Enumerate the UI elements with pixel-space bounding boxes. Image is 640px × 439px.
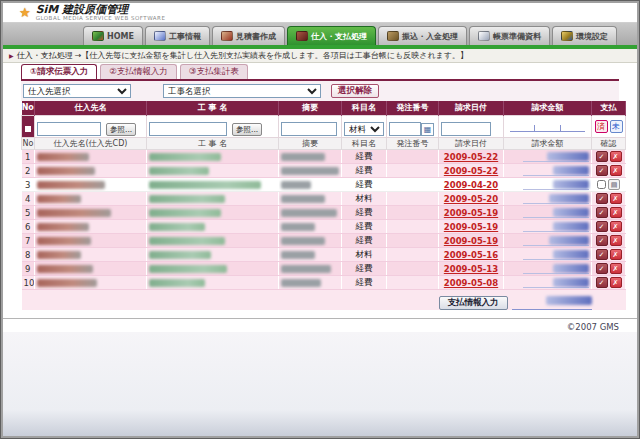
entry-order-no-input[interactable] [389,122,421,136]
invoice-date-link[interactable]: 2009-04-20 [444,180,498,190]
redacted-supplier-name [37,237,91,245]
redacted-amount [549,194,589,203]
entry-date-input[interactable] [441,122,491,136]
col-summary: 摘要 [279,101,342,115]
calendar-icon[interactable]: ▦ [421,123,434,136]
tab-purchase-payment[interactable]: 仕入・支払処理 [287,26,376,45]
copyright-text: ©2007 GMS [567,322,619,332]
confirm-cancel-button[interactable]: ✗ [610,207,622,218]
confirm-checkbox[interactable] [597,180,606,189]
order-no-value [387,164,439,178]
redacted-project-name [149,167,209,175]
redacted-summary [281,209,337,217]
category-value: 材料 [342,192,387,206]
paid-button[interactable]: 済 [595,120,608,133]
confirm-cancel-button[interactable]: ✗ [610,263,622,274]
category-value: 経費 [342,262,387,276]
confirm-cancel-button[interactable]: ✗ [610,249,622,260]
project-filter-select[interactable]: 工事名選択 [163,84,321,98]
order-no-value [387,234,439,248]
confirm-check-button[interactable]: ✓ [596,193,608,204]
unpaid-button[interactable]: 未 [610,120,623,133]
clear-selection-button[interactable]: 選択解除 [331,84,379,98]
invoice-date-link[interactable]: 2009-05-22 [444,166,498,176]
category-value: 経費 [342,234,387,248]
confirm-detail-button[interactable]: ▤ [608,179,620,190]
tab-report-materials[interactable]: 帳票準備資料 [469,26,550,45]
tab-estimate-create[interactable]: 見積書作成 [212,26,285,45]
entry-supplier-input[interactable] [37,122,101,136]
confirm-check-button[interactable]: ✓ [596,207,608,218]
col-summary: 摘要 [279,138,342,150]
entry-project-input[interactable] [149,122,227,136]
confirm-cancel-button[interactable]: ✗ [610,235,622,246]
project-browse-button[interactable]: 参照... [232,123,262,136]
invoice-date-link[interactable]: 2009-05-13 [444,264,498,274]
confirm-cancel-button[interactable]: ✗ [610,151,622,162]
breadcrumb: ▶ 仕入・支払処理 →【仕入先毎に支払金額を集計し仕入先別支払実績表を作成します… [3,49,637,63]
supplier-browse-button[interactable]: 参照... [106,123,136,136]
breadcrumb-arrow-icon: ▶ [9,52,14,59]
subtab-payment-info-entry[interactable]: ②支払情報入力 [100,64,177,79]
redacted-summary [281,195,325,203]
confirm-check-button[interactable]: ✓ [596,165,608,176]
row-number: 6 [22,220,35,234]
app-window: ★ SiM 建設原価管理 GLOBAL MEDIA SERVICE WEB SO… [0,0,640,439]
subtab-invoice-entry[interactable]: ①請求伝票入力 [21,64,97,79]
document-pen-icon [478,31,490,41]
confirm-check-button[interactable]: ✓ [596,263,608,274]
confirm-check-button[interactable]: ✓ [596,151,608,162]
table-header-top: No 仕入先名 工 事 名 摘要 科目名 発注番号 請求日付 請求金額 支払 [22,101,626,115]
tab-home[interactable]: HOME [83,26,143,45]
entry-summary-input[interactable] [281,122,337,136]
invoice-date-link[interactable]: 2009-05-19 [444,222,498,232]
invoice-date-link[interactable]: 2009-05-20 [444,194,498,204]
row-number: 2 [22,164,35,178]
tab-label: 環境設定 [576,31,608,42]
row-number: 5 [22,206,35,220]
page: ★ SiM 建設原価管理 GLOBAL MEDIA SERVICE WEB SO… [3,3,637,436]
confirm-cancel-button[interactable]: ✗ [610,277,622,288]
confirm-check-button[interactable]: ✓ [596,277,608,288]
order-no-value [387,220,439,234]
invoice-date-link[interactable]: 2009-05-22 [444,152,498,162]
payment-info-entry-button[interactable]: 支払情報入力 [439,296,508,310]
main-nav-tabbar: HOME 工事情報 見積書作成 仕入・支払処理 振込・入金処理 帳票準備資料 環… [3,23,637,45]
confirm-check-button[interactable]: ✓ [596,235,608,246]
tab-label: 振込・入金処理 [402,31,458,42]
redacted-amount [547,152,589,161]
invoice-date-link[interactable]: 2009-05-16 [444,250,498,260]
tab-settings[interactable]: 環境設定 [552,26,617,45]
col-category: 科目名 [342,138,387,150]
redacted-summary [281,181,311,189]
confirm-cancel-button[interactable]: ✗ [610,165,622,176]
redacted-summary [281,237,325,245]
supplier-filter-select[interactable]: 仕入先選択 [23,84,131,98]
app-logo: ★ SiM 建設原価管理 GLOBAL MEDIA SERVICE WEB SO… [3,3,637,23]
invoice-date-link[interactable]: 2009-05-08 [444,278,498,288]
invoice-date-link[interactable]: 2009-05-19 [444,236,498,246]
confirm-cancel-button[interactable]: ✗ [610,193,622,204]
confirm-check-button[interactable]: ✓ [596,249,608,260]
entry-category-select[interactable]: 材料 [344,122,384,136]
table-row: 10 経費 2009-05-08 ✓ ✗ ▤ [22,276,626,290]
entry-amount-guides[interactable] [506,121,589,132]
col-invoice-amount: 請求金額 [504,138,592,150]
order-no-value [387,206,439,220]
category-value: 経費 [342,276,387,290]
confirm-check-button[interactable]: ✓ [596,221,608,232]
col-supplier: 仕入先名 [35,101,147,115]
subtab-payment-summary[interactable]: ③支払集計表 [180,64,248,79]
redacted-summary [281,153,325,161]
col-invoice-date: 請求日付 [439,101,504,115]
filter-row: 仕入先選択 工事名選択 選択解除 [21,81,619,101]
invoice-date-link[interactable]: 2009-05-19 [444,208,498,218]
home-icon [92,31,104,41]
redacted-supplier-name [37,251,81,259]
category-value: 経費 [342,164,387,178]
tab-transfer-deposit[interactable]: 振込・入金処理 [378,26,467,45]
tab-project-info[interactable]: 工事情報 [145,26,210,45]
redacted-summary [281,279,321,287]
confirm-cancel-button[interactable]: ✗ [610,221,622,232]
order-no-value [387,192,439,206]
